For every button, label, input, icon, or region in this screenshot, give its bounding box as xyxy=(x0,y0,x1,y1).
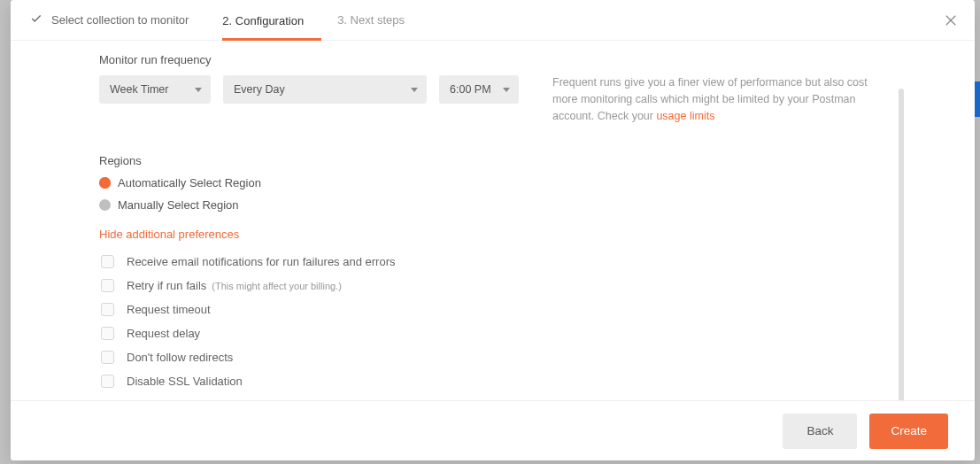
radio-manual-label: Manually Select Region xyxy=(118,198,239,212)
radio-auto-region[interactable]: Automatically Select Region xyxy=(99,176,899,189)
usage-limits-link[interactable]: usage limits xyxy=(656,110,714,122)
radio-auto-label: Automatically Select Region xyxy=(118,176,261,189)
timer-value: Week Timer xyxy=(110,83,168,96)
step-1-label: Select collection to monitor xyxy=(51,13,189,27)
radio-dot-icon xyxy=(99,177,111,189)
chk-email-label: Receive email notifications for run fail… xyxy=(127,255,395,268)
step-2-label: 2. Configuration xyxy=(222,14,304,27)
frequency-label: Monitor run frequency xyxy=(99,53,899,66)
caret-down-icon xyxy=(411,88,418,92)
scrollbar[interactable] xyxy=(899,89,904,400)
chk-redirects-label: Don't follow redirects xyxy=(127,351,233,364)
checkbox-icon xyxy=(101,375,114,388)
step-3-label: 3. Next steps xyxy=(337,13,405,27)
checkbox-retry[interactable]: Retry if run fails (This might affect yo… xyxy=(99,279,899,292)
checkbox-icon xyxy=(101,303,114,316)
back-button[interactable]: Back xyxy=(783,414,857,449)
checkbox-icon xyxy=(101,351,114,364)
chk-timeout-label: Request timeout xyxy=(127,303,211,316)
checkbox-email[interactable]: Receive email notifications for run fail… xyxy=(99,255,899,268)
close-button[interactable] xyxy=(939,9,962,32)
caret-down-icon xyxy=(503,88,510,92)
time-select[interactable]: 6:00 PM xyxy=(439,75,519,104)
checkbox-icon xyxy=(101,279,114,292)
regions-section: Regions Automatically Select Region Manu… xyxy=(99,154,899,212)
day-value: Every Day xyxy=(234,83,285,96)
chk-delay-label: Request delay xyxy=(127,327,200,340)
chk-retry-label: Retry if run fails xyxy=(127,279,206,292)
radio-manual-region[interactable]: Manually Select Region xyxy=(99,198,899,212)
checkbox-ssl[interactable]: Disable SSL Validation xyxy=(99,375,899,388)
modal-content: Monitor run frequency Week Timer Every D… xyxy=(11,41,975,400)
time-value: 6:00 PM xyxy=(450,83,491,96)
frequency-hint: Frequent runs give you a finer view of p… xyxy=(552,74,871,124)
step-1[interactable]: Select collection to monitor xyxy=(30,0,206,41)
create-button[interactable]: Create xyxy=(869,414,948,449)
chk-retry-sub: (This might affect your billing.) xyxy=(212,281,342,291)
checkbox-delay[interactable]: Request delay xyxy=(99,327,899,340)
toggle-additional-prefs[interactable]: Hide additional preferences xyxy=(99,228,899,241)
step-header: Select collection to monitor 2. Configur… xyxy=(11,0,975,41)
day-select[interactable]: Every Day xyxy=(223,75,427,104)
radio-dot-icon xyxy=(99,199,111,211)
caret-down-icon xyxy=(195,88,202,92)
step-3[interactable]: 3. Next steps xyxy=(337,0,422,41)
checkbox-timeout[interactable]: Request timeout xyxy=(99,303,899,316)
check-icon xyxy=(30,12,42,27)
regions-label: Regions xyxy=(99,154,899,167)
frequency-row: Week Timer Every Day 6:00 PM Frequent ru… xyxy=(99,75,899,124)
checkbox-icon xyxy=(101,255,114,268)
modal-footer: Back Create xyxy=(11,400,975,460)
step-2[interactable]: 2. Configuration xyxy=(222,0,321,41)
checkbox-redirects[interactable]: Don't follow redirects xyxy=(99,351,899,364)
create-monitor-modal: Select collection to monitor 2. Configur… xyxy=(11,0,975,460)
checkbox-icon xyxy=(101,327,114,340)
timer-select[interactable]: Week Timer xyxy=(99,75,211,104)
chk-ssl-label: Disable SSL Validation xyxy=(127,375,243,388)
